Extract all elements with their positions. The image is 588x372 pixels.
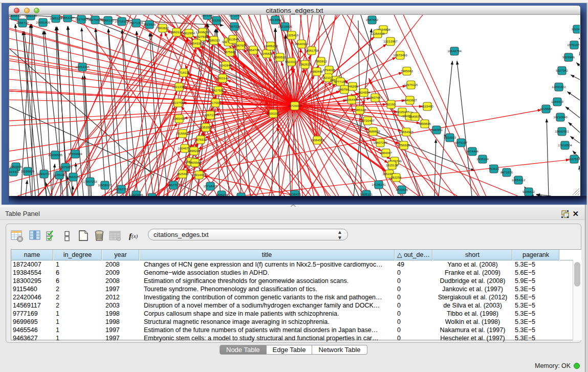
- svg-text:18485210: 18485210: [264, 44, 278, 48]
- svg-text:1145191: 1145191: [53, 173, 66, 177]
- svg-text:1202344: 1202344: [235, 195, 248, 196]
- svg-text:9242848: 9242848: [220, 63, 232, 67]
- svg-text:9227342: 9227342: [556, 69, 569, 72]
- svg-text:9245612: 9245612: [522, 190, 535, 193]
- svg-text:5933923: 5933923: [444, 136, 456, 139]
- svg-text:1527660: 1527660: [75, 17, 88, 21]
- svg-text:1640951: 1640951: [430, 128, 443, 132]
- svg-text:20053346: 20053346: [75, 65, 90, 69]
- svg-text:6899695: 6899695: [419, 122, 431, 125]
- svg-text:20206535: 20206535: [48, 153, 62, 157]
- svg-text:10719155: 10719155: [115, 19, 129, 23]
- svg-text:2069140: 2069140: [25, 15, 37, 17]
- svg-text:7955812: 7955812: [315, 59, 328, 63]
- svg-text:62160: 62160: [386, 102, 396, 106]
- svg-text:18724007: 18724007: [288, 104, 302, 107]
- svg-text:18107554: 18107554: [171, 101, 185, 104]
- svg-text:19166825: 19166825: [176, 132, 190, 135]
- svg-text:1588520: 1588520: [274, 55, 287, 59]
- svg-text:7625402: 7625402: [177, 172, 189, 176]
- svg-text:8454749: 8454749: [247, 48, 260, 52]
- svg-text:3498222: 3498222: [188, 149, 201, 152]
- svg-text:6879197: 6879197: [455, 141, 468, 144]
- svg-text:8186323: 8186323: [208, 38, 221, 42]
- svg-text:9457791: 9457791: [167, 183, 180, 187]
- svg-text:9115460: 9115460: [421, 104, 433, 108]
- svg-text:417006: 417006: [210, 101, 221, 104]
- svg-text:19384554: 19384554: [310, 138, 324, 142]
- svg-text:9327500: 9327500: [195, 35, 208, 38]
- svg-text:6966160: 6966160: [102, 18, 115, 22]
- svg-text:5572241: 5572241: [229, 15, 242, 17]
- svg-text:12503135: 12503135: [66, 175, 80, 179]
- svg-text:1603380: 1603380: [201, 15, 214, 17]
- svg-text:12093322: 12093322: [552, 85, 566, 89]
- svg-text:7663822: 7663822: [157, 26, 169, 30]
- svg-text:16671355: 16671355: [129, 21, 143, 25]
- svg-text:16033809: 16033809: [209, 18, 224, 22]
- svg-text:12323446: 12323446: [129, 193, 143, 196]
- svg-text:12213967: 12213967: [383, 39, 398, 43]
- svg-text:30975857: 30975857: [58, 165, 73, 169]
- svg-text:19654923: 19654923: [399, 130, 413, 134]
- svg-text:1913546: 1913546: [227, 37, 239, 41]
- svg-text:17957253: 17957253: [83, 180, 97, 183]
- svg-text:9756928: 9756928: [398, 143, 410, 147]
- svg-text:16782759: 16782759: [114, 187, 128, 191]
- svg-text:12942737: 12942737: [37, 172, 51, 176]
- svg-text:12213382: 12213382: [172, 85, 186, 89]
- svg-text:(x): (x): [132, 233, 138, 239]
- svg-text:14136141: 14136141: [372, 183, 386, 186]
- svg-text:15276602: 15276602: [88, 18, 102, 21]
- svg-text:17359934: 17359934: [68, 152, 82, 156]
- svg-text:8813054: 8813054: [269, 18, 282, 21]
- svg-text:10958107: 10958107: [98, 183, 112, 187]
- svg-text:2330205: 2330205: [267, 112, 280, 115]
- svg-text:10654112: 10654112: [511, 178, 526, 182]
- svg-text:9329966: 9329966: [562, 55, 575, 59]
- svg-text:20691406: 20691406: [36, 20, 50, 24]
- svg-text:8678334: 8678334: [194, 138, 207, 141]
- svg-text:12975115: 12975115: [404, 83, 418, 86]
- svg-text:10807487: 10807487: [368, 96, 382, 99]
- svg-text:16640910: 16640910: [294, 42, 309, 46]
- svg-text:763621: 763621: [489, 167, 499, 170]
- svg-text:17016504: 17016504: [558, 143, 572, 147]
- svg-text:10688609: 10688609: [366, 129, 380, 133]
- svg-text:9935121: 9935121: [360, 192, 373, 196]
- svg-text:1649579: 1649579: [409, 115, 422, 118]
- svg-text:15718465: 15718465: [203, 184, 217, 188]
- svg-text:1615132: 1615132: [386, 163, 399, 167]
- svg-text:1238475: 1238475: [289, 192, 301, 196]
- svg-text:2718126: 2718126: [178, 71, 190, 74]
- svg-text:7357224: 7357224: [228, 25, 241, 28]
- svg-text:16543362: 16543362: [189, 41, 204, 45]
- svg-text:15751074: 15751074: [567, 43, 580, 47]
- svg-text:16210643: 16210643: [553, 115, 568, 119]
- svg-text:1362615: 1362615: [299, 62, 312, 66]
- svg-text:15720407: 15720407: [360, 119, 375, 122]
- svg-text:19218506: 19218506: [278, 25, 292, 28]
- svg-text:8912954: 8912954: [183, 31, 195, 35]
- svg-text:16648784: 16648784: [447, 49, 462, 53]
- svg-text:9146821: 9146821: [260, 52, 273, 55]
- svg-text:2935114: 2935114: [476, 157, 489, 161]
- svg-text:1167534: 1167534: [568, 157, 580, 161]
- svg-text:11325419: 11325419: [285, 33, 299, 37]
- svg-text:1112489: 1112489: [571, 27, 580, 31]
- svg-text:6794028: 6794028: [323, 68, 336, 72]
- svg-text:7515526: 7515526: [143, 23, 156, 26]
- svg-text:11254419: 11254419: [371, 32, 385, 35]
- svg-text:5409946: 5409946: [189, 161, 202, 164]
- svg-text:2967608: 2967608: [234, 43, 247, 47]
- svg-text:1244419: 1244419: [551, 100, 564, 103]
- svg-text:3960124: 3960124: [170, 30, 183, 34]
- svg-text:252254: 252254: [391, 176, 402, 179]
- svg-text:19463627: 19463627: [403, 98, 417, 102]
- svg-text:15692921: 15692921: [555, 129, 569, 133]
- svg-text:8471676: 8471676: [500, 170, 513, 174]
- svg-text:5322037: 5322037: [285, 60, 298, 63]
- svg-text:746266: 746266: [347, 84, 358, 88]
- svg-text:1405572: 1405572: [9, 15, 21, 17]
- svg-text:10853287: 10853287: [60, 16, 75, 19]
